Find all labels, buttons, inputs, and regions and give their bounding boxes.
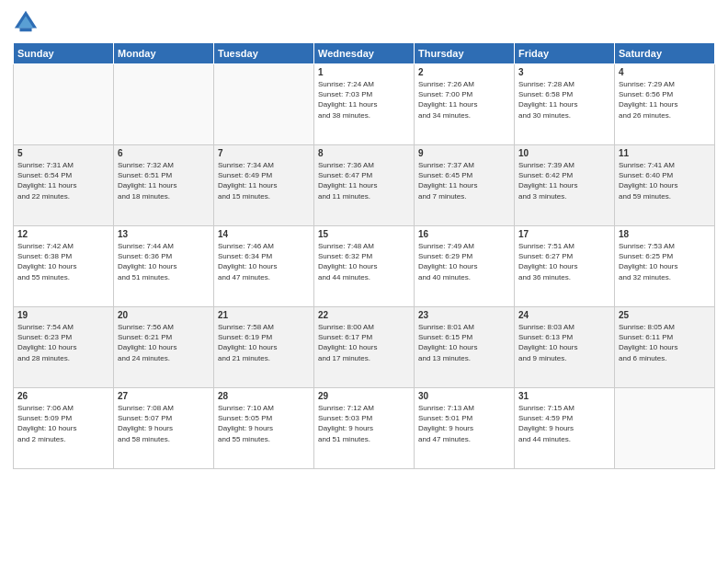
calendar-cell: 11Sunrise: 7:41 AM Sunset: 6:40 PM Dayli… [615,145,715,226]
calendar-cell: 22Sunrise: 8:00 AM Sunset: 6:17 PM Dayli… [314,307,415,388]
calendar-cell: 27Sunrise: 7:08 AM Sunset: 5:07 PM Dayli… [114,388,214,469]
logo [13,9,42,35]
calendar-cell: 16Sunrise: 7:49 AM Sunset: 6:29 PM Dayli… [415,226,515,307]
calendar-page: SundayMondayTuesdayWednesdayThursdayFrid… [0,0,728,563]
day-number: 15 [318,229,410,239]
calendar-cell: 5Sunrise: 7:31 AM Sunset: 6:54 PM Daylig… [14,145,114,226]
weekday-header-saturday: Saturday [615,43,715,64]
day-info: Sunrise: 7:51 AM Sunset: 6:27 PM Dayligh… [518,241,610,282]
day-info: Sunrise: 7:32 AM Sunset: 6:51 PM Dayligh… [118,160,210,201]
day-info: Sunrise: 7:13 AM Sunset: 5:01 PM Dayligh… [418,403,510,444]
calendar-cell: 24Sunrise: 8:03 AM Sunset: 6:13 PM Dayli… [515,307,615,388]
day-number: 30 [418,391,510,401]
day-number: 13 [118,229,210,239]
calendar-cell: 4Sunrise: 7:29 AM Sunset: 6:56 PM Daylig… [615,64,715,145]
day-info: Sunrise: 7:06 AM Sunset: 5:09 PM Dayligh… [17,403,109,444]
calendar-cell: 31Sunrise: 7:15 AM Sunset: 4:59 PM Dayli… [515,388,615,469]
calendar-cell: 10Sunrise: 7:39 AM Sunset: 6:42 PM Dayli… [515,145,615,226]
day-info: Sunrise: 7:26 AM Sunset: 7:00 PM Dayligh… [418,79,510,121]
day-info: Sunrise: 7:46 AM Sunset: 6:34 PM Dayligh… [218,241,310,282]
weekday-header-wednesday: Wednesday [314,43,415,64]
calendar-cell: 26Sunrise: 7:06 AM Sunset: 5:09 PM Dayli… [14,388,114,469]
day-info: Sunrise: 7:54 AM Sunset: 6:23 PM Dayligh… [17,322,109,363]
day-number: 25 [619,310,711,320]
calendar-cell: 13Sunrise: 7:44 AM Sunset: 6:36 PM Dayli… [114,226,214,307]
day-number: 2 [418,67,510,77]
day-number: 1 [318,67,410,77]
calendar-cell: 21Sunrise: 7:58 AM Sunset: 6:19 PM Dayli… [214,307,314,388]
day-number: 20 [118,310,210,320]
logo-icon [13,9,39,35]
day-number: 31 [518,391,610,401]
calendar-cell [214,64,314,145]
day-number: 23 [418,310,510,320]
calendar-cell: 25Sunrise: 8:05 AM Sunset: 6:11 PM Dayli… [615,307,715,388]
calendar-cell [14,64,114,145]
calendar-cell [114,64,214,145]
day-info: Sunrise: 7:15 AM Sunset: 4:59 PM Dayligh… [518,403,610,444]
day-info: Sunrise: 8:00 AM Sunset: 6:17 PM Dayligh… [318,322,410,363]
day-number: 16 [418,229,510,239]
day-info: Sunrise: 7:37 AM Sunset: 6:45 PM Dayligh… [418,160,510,201]
day-info: Sunrise: 7:48 AM Sunset: 6:32 PM Dayligh… [318,241,410,282]
calendar-cell: 14Sunrise: 7:46 AM Sunset: 6:34 PM Dayli… [214,226,314,307]
day-number: 3 [518,67,610,77]
calendar-cell: 20Sunrise: 7:56 AM Sunset: 6:21 PM Dayli… [114,307,214,388]
day-number: 28 [218,391,310,401]
calendar-cell: 28Sunrise: 7:10 AM Sunset: 5:05 PM Dayli… [214,388,314,469]
calendar-cell: 8Sunrise: 7:36 AM Sunset: 6:47 PM Daylig… [314,145,415,226]
day-number: 4 [619,67,711,77]
day-number: 12 [17,229,109,239]
weekday-header-row: SundayMondayTuesdayWednesdayThursdayFrid… [14,43,715,64]
day-info: Sunrise: 8:01 AM Sunset: 6:15 PM Dayligh… [418,322,510,363]
day-info: Sunrise: 7:29 AM Sunset: 6:56 PM Dayligh… [619,79,711,121]
day-info: Sunrise: 7:36 AM Sunset: 6:47 PM Dayligh… [318,160,410,201]
day-info: Sunrise: 7:12 AM Sunset: 5:03 PM Dayligh… [318,403,410,444]
day-number: 5 [17,148,109,158]
day-info: Sunrise: 7:53 AM Sunset: 6:25 PM Dayligh… [619,241,711,282]
day-number: 22 [318,310,410,320]
day-number: 7 [218,148,310,158]
calendar-cell: 19Sunrise: 7:54 AM Sunset: 6:23 PM Dayli… [14,307,114,388]
weekday-header-sunday: Sunday [14,43,114,64]
day-number: 18 [619,229,711,239]
day-info: Sunrise: 7:39 AM Sunset: 6:42 PM Dayligh… [518,160,610,201]
calendar-cell: 15Sunrise: 7:48 AM Sunset: 6:32 PM Dayli… [314,226,415,307]
day-number: 8 [318,148,410,158]
day-number: 17 [518,229,610,239]
calendar-cell: 18Sunrise: 7:53 AM Sunset: 6:25 PM Dayli… [615,226,715,307]
calendar-week-row: 26Sunrise: 7:06 AM Sunset: 5:09 PM Dayli… [14,388,715,469]
svg-rect-2 [19,29,31,32]
calendar-cell: 1Sunrise: 7:24 AM Sunset: 7:03 PM Daylig… [314,64,415,145]
calendar-week-row: 5Sunrise: 7:31 AM Sunset: 6:54 PM Daylig… [14,145,715,226]
calendar-cell: 30Sunrise: 7:13 AM Sunset: 5:01 PM Dayli… [415,388,515,469]
weekday-header-monday: Monday [114,43,214,64]
weekday-header-friday: Friday [515,43,615,64]
calendar-week-row: 19Sunrise: 7:54 AM Sunset: 6:23 PM Dayli… [14,307,715,388]
day-info: Sunrise: 7:49 AM Sunset: 6:29 PM Dayligh… [418,241,510,282]
day-info: Sunrise: 7:44 AM Sunset: 6:36 PM Dayligh… [118,241,210,282]
day-info: Sunrise: 7:34 AM Sunset: 6:49 PM Dayligh… [218,160,310,201]
day-number: 26 [17,391,109,401]
calendar-week-row: 12Sunrise: 7:42 AM Sunset: 6:38 PM Dayli… [14,226,715,307]
day-info: Sunrise: 7:56 AM Sunset: 6:21 PM Dayligh… [118,322,210,363]
day-number: 6 [118,148,210,158]
day-info: Sunrise: 7:58 AM Sunset: 6:19 PM Dayligh… [218,322,310,363]
calendar-cell: 3Sunrise: 7:28 AM Sunset: 6:58 PM Daylig… [515,64,615,145]
day-number: 10 [518,148,610,158]
day-number: 19 [17,310,109,320]
day-info: Sunrise: 7:10 AM Sunset: 5:05 PM Dayligh… [218,403,310,444]
day-number: 29 [318,391,410,401]
day-info: Sunrise: 7:24 AM Sunset: 7:03 PM Dayligh… [318,79,410,121]
day-number: 24 [518,310,610,320]
calendar-table: SundayMondayTuesdayWednesdayThursdayFrid… [13,42,715,469]
weekday-header-thursday: Thursday [415,43,515,64]
calendar-cell: 23Sunrise: 8:01 AM Sunset: 6:15 PM Dayli… [415,307,515,388]
calendar-cell: 6Sunrise: 7:32 AM Sunset: 6:51 PM Daylig… [114,145,214,226]
day-info: Sunrise: 7:41 AM Sunset: 6:40 PM Dayligh… [619,160,711,201]
day-info: Sunrise: 7:28 AM Sunset: 6:58 PM Dayligh… [518,79,610,121]
day-info: Sunrise: 8:05 AM Sunset: 6:11 PM Dayligh… [619,322,711,363]
calendar-cell [615,388,715,469]
weekday-header-tuesday: Tuesday [214,43,314,64]
day-number: 21 [218,310,310,320]
